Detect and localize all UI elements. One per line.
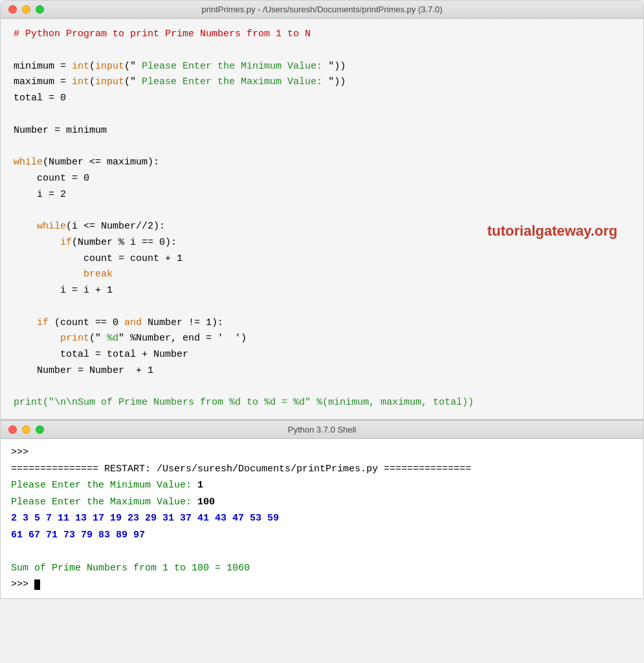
code-blank2 <box>14 107 630 123</box>
shell-close-button[interactable] <box>8 425 17 434</box>
shell-prompt: >>> <box>11 447 28 458</box>
shell-prompt-line: >>> <box>11 444 633 461</box>
shell-restart-text: =============== RESTART: /Users/suresh/D… <box>11 464 471 475</box>
code-blank3 <box>14 139 630 155</box>
code-total-plus: total = total + Number <box>14 347 630 363</box>
shell-primes-row1: 2 3 5 7 11 13 17 19 23 29 31 37 41 43 47… <box>11 510 633 527</box>
shell-min-value: 1 <box>197 480 203 491</box>
shell-primes-row1-text: 2 3 5 7 11 13 17 19 23 29 31 37 41 43 47… <box>11 513 279 524</box>
shell-window-controls <box>8 425 44 434</box>
code-while1: while(Number <= maximum): <box>14 155 630 171</box>
code-i-plus: i = i + 1 <box>14 283 630 299</box>
code-number-plus: Number = Number + 1 <box>14 363 630 379</box>
code-blank6 <box>14 379 630 396</box>
shell-final-prompt-line: >>> <box>11 576 633 593</box>
code-min: minimum = int(input(" Please Enter the M… <box>14 59 630 75</box>
watermark: tutorialgateway.org <box>487 219 617 243</box>
code-break: break <box>14 267 630 283</box>
editor-title: printPrimes.py - /Users/suresh/Documents… <box>201 5 442 14</box>
shell-title-bar: Python 3.7.0 Shell <box>1 420 643 439</box>
shell-max-line: Please Enter the Maximum Value: 100 <box>11 494 633 511</box>
shell-restart-line: =============== RESTART: /Users/suresh/D… <box>11 461 633 478</box>
shell-primes-row2-text: 61 67 71 73 79 83 89 97 <box>11 530 145 541</box>
minimize-button[interactable] <box>22 5 30 14</box>
code-if2: if (count == 0 and Number != 1): <box>14 315 630 332</box>
window-controls <box>8 5 44 14</box>
code-max: maximum = int(input(" Please Enter the M… <box>14 74 630 91</box>
code-i: i = 2 <box>14 187 630 203</box>
shell-max-label: Please Enter the Maximum Value: <box>11 497 197 508</box>
shell-sum-text: Sum of Prime Numbers from 1 to 100 = 106… <box>11 563 250 574</box>
shell-min-line: Please Enter the Minimum Value: 1 <box>11 477 633 494</box>
shell-body: >>> =============== RESTART: /Users/sure… <box>1 439 643 598</box>
shell-window: Python 3.7.0 Shell >>> =============== R… <box>0 420 644 599</box>
shell-final-prompt: >>> <box>11 579 34 590</box>
shell-title: Python 3.7.0 Shell <box>288 425 357 434</box>
code-number: Number = minimum <box>14 123 630 139</box>
code-total: total = 0 <box>14 91 630 107</box>
code-area: # Python Program to print Prime Numbers … <box>1 19 643 419</box>
code-count: count = 0 <box>14 171 630 187</box>
shell-maximize-button[interactable] <box>36 425 44 434</box>
close-button[interactable] <box>8 5 17 14</box>
maximize-button[interactable] <box>36 5 44 14</box>
code-blank4 <box>14 203 630 219</box>
shell-blank <box>11 543 633 560</box>
code-print2: print("\n\nSum of Prime Numbers from %d … <box>14 395 630 411</box>
shell-minimize-button[interactable] <box>22 425 30 434</box>
shell-max-value: 100 <box>197 497 215 508</box>
shell-sum-line: Sum of Prime Numbers from 1 to 100 = 106… <box>11 560 633 577</box>
shell-primes-row2: 61 67 71 73 79 83 89 97 <box>11 527 633 544</box>
code-print1: print(" %d" %Number, end = ' ') <box>14 331 630 347</box>
editor-window: printPrimes.py - /Users/suresh/Documents… <box>0 0 644 420</box>
editor-title-bar: printPrimes.py - /Users/suresh/Documents… <box>1 1 643 19</box>
shell-cursor <box>34 579 40 590</box>
code-count-plus: count = count + 1 <box>14 251 630 267</box>
code-blank1 <box>14 43 630 59</box>
code-comment: # Python Program to print Prime Numbers … <box>14 27 630 43</box>
code-blank5 <box>14 299 630 315</box>
shell-min-label: Please Enter the Minimum Value: <box>11 480 197 491</box>
